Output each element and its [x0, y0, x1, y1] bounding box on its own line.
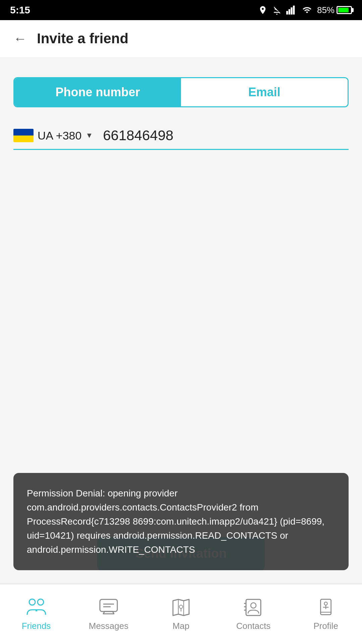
phone-number-input[interactable] — [103, 127, 349, 144]
nav-item-messages[interactable]: Messages — [72, 597, 145, 631]
profile-icon — [314, 597, 338, 618]
nav-item-map[interactable]: Map — [145, 597, 217, 631]
ukraine-flag — [13, 129, 34, 142]
phone-input-row: UA +380 ▼ — [13, 127, 349, 150]
nav-item-profile[interactable]: Profile — [290, 597, 362, 631]
header: ← Invite a friend — [0, 20, 362, 57]
nav-item-friends[interactable]: Friends — [0, 597, 72, 631]
error-message: Permission Denial: opening provider com.… — [27, 488, 324, 555]
tab-switcher: Phone number Email — [13, 77, 349, 107]
tab-phone-number[interactable]: Phone number — [14, 78, 181, 106]
svg-point-21 — [324, 602, 327, 605]
nav-label-messages: Messages — [89, 621, 129, 631]
bottom-nav: Friends Messages Map — [0, 584, 362, 644]
nav-label-profile: Profile — [313, 621, 338, 631]
status-bar: 5:15 85% — [0, 0, 362, 20]
signal-icon — [286, 5, 297, 15]
nav-label-map: Map — [173, 621, 190, 631]
main-content: Phone number Email UA +380 ▼ — [0, 57, 362, 150]
svg-rect-2 — [291, 7, 292, 14]
svg-point-4 — [29, 599, 35, 605]
contacts-icon — [242, 597, 265, 618]
status-time: 5:15 — [10, 4, 30, 16]
battery-text: 85% — [317, 5, 335, 15]
battery-fill — [338, 8, 349, 12]
country-selector[interactable]: UA +380 ▼ — [13, 129, 93, 142]
location-icon — [258, 5, 267, 15]
svg-rect-7 — [100, 599, 117, 611]
svg-point-15 — [251, 603, 256, 608]
tab-email[interactable]: Email — [181, 78, 348, 106]
svg-point-12 — [179, 605, 183, 608]
country-code: UA +380 — [38, 129, 81, 142]
nav-label-friends: Friends — [22, 621, 51, 631]
svg-rect-0 — [286, 11, 288, 15]
svg-point-5 — [38, 599, 44, 605]
svg-rect-1 — [289, 9, 290, 14]
back-button[interactable]: ← — [13, 31, 27, 46]
error-toast: Permission Denial: opening provider com.… — [13, 473, 349, 570]
battery-icon — [337, 6, 352, 14]
dropdown-arrow-icon: ▼ — [85, 131, 93, 140]
nav-label-contacts: Contacts — [236, 621, 271, 631]
notifications-icon — [272, 5, 282, 15]
friends-icon — [24, 597, 48, 618]
battery-container: 85% — [317, 5, 352, 15]
map-icon — [169, 597, 193, 618]
messages-icon — [97, 597, 120, 618]
page-title: Invite a friend — [37, 31, 128, 47]
nav-item-contacts[interactable]: Contacts — [217, 597, 290, 631]
svg-rect-3 — [293, 6, 295, 15]
status-icons: 85% — [258, 5, 352, 15]
wifi-icon — [302, 5, 312, 15]
